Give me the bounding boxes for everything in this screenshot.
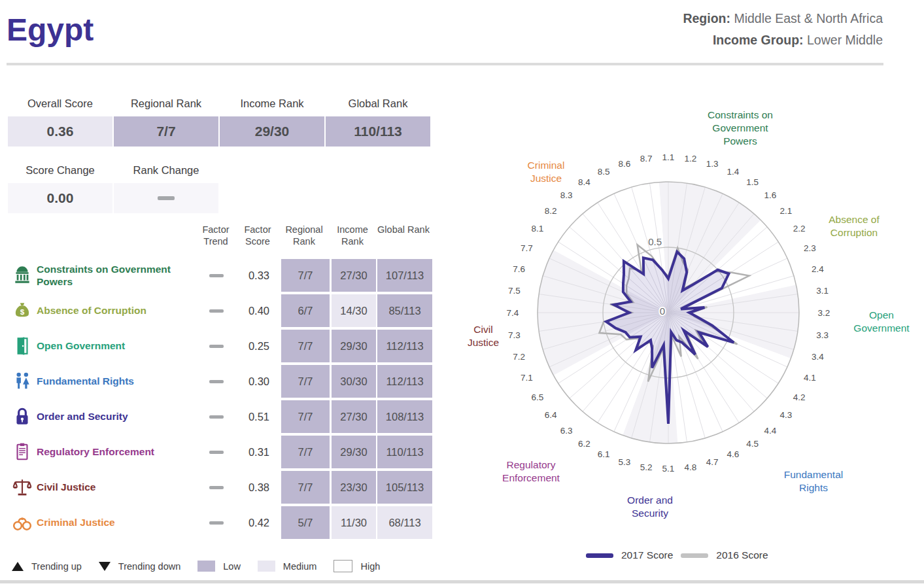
series-2017-swatch: [586, 553, 613, 558]
chart-factor-label: Order andSecurity: [627, 494, 673, 519]
spoke-label: 3.3: [816, 330, 829, 340]
chart-legend: 2017 Score 2016 Score: [578, 549, 768, 561]
factor-row: Civil Justice0.387/723/30105/113: [8, 470, 433, 505]
spoke-label: 8.2: [545, 206, 557, 216]
chart-factor-label: RegulatoryEnforcement: [502, 459, 560, 483]
stat-label: Income Rank: [220, 90, 324, 116]
svg-text:$: $: [20, 307, 25, 316]
income-rank-cell: 29/30: [332, 330, 376, 362]
global-rank-cell: 112/113: [377, 365, 432, 398]
stat-label: Overall Score: [8, 90, 112, 116]
spoke-label: 8.4: [578, 177, 590, 187]
income-rank-cell: 27/30: [332, 259, 376, 292]
spoke-label: 7.6: [513, 264, 525, 274]
high-label: High: [360, 561, 380, 572]
income-rank-cell: 11/30: [332, 506, 376, 539]
spoke-label: 7.4: [507, 308, 519, 318]
regional-rank-cell: 5/7: [281, 506, 330, 539]
summary-stats: Overall Score 0.36 Regional Rank 7/7 Inc…: [8, 90, 430, 147]
regional-rank-cell: 7/7: [281, 436, 330, 468]
handcuffs-icon: [8, 512, 37, 533]
scales-icon: [8, 477, 37, 498]
factor-label: Regulatory Enforcement: [37, 445, 196, 458]
income-line: Income Group: Lower Middle: [683, 29, 883, 51]
factor-label: Order and Security: [37, 410, 196, 423]
regional-rank-cell: 7/7: [281, 330, 330, 362]
global-rank-cell: 105/113: [377, 471, 432, 504]
spoke-label: 1.3: [706, 159, 719, 169]
flat-dash: [209, 274, 224, 277]
stat-value: 29/30: [220, 116, 324, 147]
lock-icon: [8, 406, 37, 427]
table-legend: Trending up Trending down Low Medium Hig…: [12, 560, 397, 572]
trend-flat-icon: [196, 380, 237, 383]
spoke-label: 3.1: [816, 286, 829, 296]
spoke-label: 7.5: [508, 286, 521, 296]
capitol-icon: [8, 265, 37, 286]
region-line: Region: Middle East & North Africa: [683, 8, 883, 29]
factor-label: Absence of Corruption: [37, 304, 196, 317]
summary-changes: Score Change 0.00 Rank Change: [8, 157, 218, 213]
chart-factor-label: CriminalJustice: [528, 160, 565, 184]
score-change-value: 0.00: [8, 183, 112, 213]
flat-dash: [209, 521, 224, 525]
page-title: Egypt: [7, 12, 94, 48]
stat-label: Rank Change: [114, 157, 218, 183]
col-global-rank: Global Rank: [376, 224, 431, 247]
spoke-label: 1.2: [684, 154, 696, 164]
factor-score: 0.40: [238, 305, 280, 317]
trend-flat-icon: [196, 451, 237, 454]
series-2017-label: 2017 Score: [621, 549, 673, 561]
spoke-label: 6.3: [560, 426, 573, 436]
factor-row: Constraints on Government Powers0.337/72…: [8, 258, 433, 293]
flat-dash: [209, 451, 224, 454]
factor-score: 0.33: [238, 269, 280, 282]
spoke-label: 7.2: [513, 352, 525, 362]
spoke-label: 8.1: [531, 224, 543, 233]
region-value: Middle East & North Africa: [734, 11, 883, 26]
spoke-label: 3.2: [818, 308, 830, 318]
regional-rank-cell: 7/7: [281, 400, 330, 433]
stat-global-rank: Global Rank 110/113: [326, 90, 430, 147]
high-swatch: [334, 560, 352, 572]
factor-row: Regulatory Enforcement0.317/729/30110/11…: [8, 434, 433, 470]
spoke-label: 4.7: [706, 457, 719, 467]
spoke-label: 1.1: [662, 152, 675, 162]
medium-label: Medium: [283, 561, 317, 572]
no-change-dash-icon: [158, 196, 175, 200]
stat-regional-rank: Regional Rank 7/7: [114, 90, 218, 147]
global-rank-cell: 85/113: [377, 294, 432, 327]
spoke-label: 7.3: [508, 330, 521, 340]
trend-flat-icon: [196, 309, 237, 313]
radar-chart: 1.11.21.31.41.51.62.12.22.32.43.13.23.33…: [432, 95, 924, 546]
spoke-label: 8.7: [640, 154, 653, 164]
stat-label: Regional Rank: [114, 90, 218, 116]
income-value: Lower Middle: [807, 33, 883, 47]
stat-score-change: Score Change 0.00: [8, 157, 112, 213]
chart-factor-label: OpenGovernment: [853, 309, 910, 334]
series-2016-swatch: [681, 553, 708, 558]
header-divider: [7, 63, 883, 65]
regional-rank-cell: 7/7: [281, 259, 330, 292]
income-rank-cell: 14/30: [332, 294, 376, 327]
stat-value: 0.36: [8, 116, 112, 147]
spoke-label: 2.3: [804, 243, 816, 253]
spoke-label: 1.5: [746, 177, 759, 187]
factor-table-body: Constraints on Government Powers0.337/72…: [8, 258, 433, 540]
spoke-label: 8.3: [560, 190, 573, 200]
factor-score: 0.38: [238, 481, 280, 494]
regional-rank-cell: 7/7: [281, 471, 330, 504]
global-rank-cell: 107/113: [377, 259, 432, 292]
ring-value-label: 0.5: [648, 236, 662, 247]
series-2016-label: 2016 Score: [716, 549, 768, 561]
spoke-label: 2.1: [779, 206, 792, 216]
income-rank-cell: 29/30: [332, 436, 376, 468]
income-rank-cell: 30/30: [332, 365, 376, 398]
regional-rank-cell: 6/7: [281, 294, 330, 327]
spoke-label: 2.2: [793, 224, 806, 233]
stat-label: Score Change: [8, 157, 112, 183]
flat-dash: [209, 380, 224, 383]
factor-table-header: Factor Trend Factor Score Regional Rank …: [196, 224, 431, 247]
spoke-label: 3.4: [812, 352, 824, 362]
factor-label: Open Government: [37, 339, 196, 352]
